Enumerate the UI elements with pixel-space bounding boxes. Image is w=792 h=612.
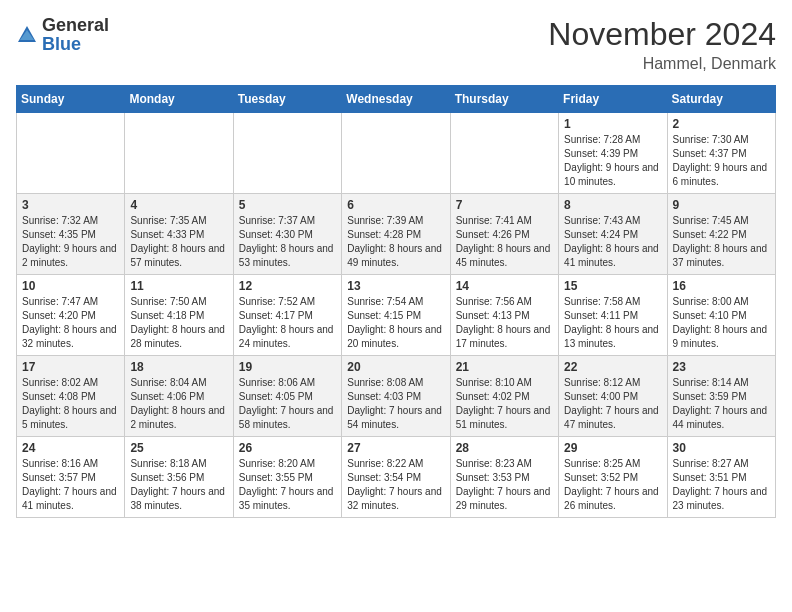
day-cell: 17Sunrise: 8:02 AMSunset: 4:08 PMDayligh… [17, 356, 125, 437]
logo-text: General Blue [42, 16, 109, 54]
day-cell [233, 113, 341, 194]
day-info: Sunrise: 8:20 AMSunset: 3:55 PMDaylight:… [239, 457, 336, 513]
week-row-1: 1Sunrise: 7:28 AMSunset: 4:39 PMDaylight… [17, 113, 776, 194]
day-info: Sunrise: 8:06 AMSunset: 4:05 PMDaylight:… [239, 376, 336, 432]
day-cell [450, 113, 558, 194]
day-number: 24 [22, 441, 119, 455]
day-cell: 21Sunrise: 8:10 AMSunset: 4:02 PMDayligh… [450, 356, 558, 437]
day-number: 12 [239, 279, 336, 293]
weekday-header-row: SundayMondayTuesdayWednesdayThursdayFrid… [17, 86, 776, 113]
day-cell: 15Sunrise: 7:58 AMSunset: 4:11 PMDayligh… [559, 275, 667, 356]
logo: General Blue [16, 16, 109, 54]
day-cell: 23Sunrise: 8:14 AMSunset: 3:59 PMDayligh… [667, 356, 775, 437]
day-info: Sunrise: 7:54 AMSunset: 4:15 PMDaylight:… [347, 295, 444, 351]
day-info: Sunrise: 7:30 AMSunset: 4:37 PMDaylight:… [673, 133, 770, 189]
day-info: Sunrise: 8:18 AMSunset: 3:56 PMDaylight:… [130, 457, 227, 513]
day-info: Sunrise: 8:12 AMSunset: 4:00 PMDaylight:… [564, 376, 661, 432]
day-number: 23 [673, 360, 770, 374]
logo-icon [16, 24, 38, 46]
day-info: Sunrise: 8:23 AMSunset: 3:53 PMDaylight:… [456, 457, 553, 513]
weekday-header-thursday: Thursday [450, 86, 558, 113]
day-number: 22 [564, 360, 661, 374]
day-number: 11 [130, 279, 227, 293]
day-cell: 16Sunrise: 8:00 AMSunset: 4:10 PMDayligh… [667, 275, 775, 356]
day-info: Sunrise: 7:39 AMSunset: 4:28 PMDaylight:… [347, 214, 444, 270]
day-cell: 25Sunrise: 8:18 AMSunset: 3:56 PMDayligh… [125, 437, 233, 518]
day-cell [125, 113, 233, 194]
day-info: Sunrise: 8:00 AMSunset: 4:10 PMDaylight:… [673, 295, 770, 351]
day-number: 25 [130, 441, 227, 455]
day-number: 8 [564, 198, 661, 212]
day-cell: 3Sunrise: 7:32 AMSunset: 4:35 PMDaylight… [17, 194, 125, 275]
weekday-header-wednesday: Wednesday [342, 86, 450, 113]
day-cell: 13Sunrise: 7:54 AMSunset: 4:15 PMDayligh… [342, 275, 450, 356]
day-info: Sunrise: 8:02 AMSunset: 4:08 PMDaylight:… [22, 376, 119, 432]
day-number: 17 [22, 360, 119, 374]
week-row-2: 3Sunrise: 7:32 AMSunset: 4:35 PMDaylight… [17, 194, 776, 275]
logo-blue: Blue [42, 34, 81, 54]
day-info: Sunrise: 7:47 AMSunset: 4:20 PMDaylight:… [22, 295, 119, 351]
day-cell: 30Sunrise: 8:27 AMSunset: 3:51 PMDayligh… [667, 437, 775, 518]
day-number: 10 [22, 279, 119, 293]
day-cell: 18Sunrise: 8:04 AMSunset: 4:06 PMDayligh… [125, 356, 233, 437]
header: General Blue November 2024 Hammel, Denma… [16, 16, 776, 73]
week-row-5: 24Sunrise: 8:16 AMSunset: 3:57 PMDayligh… [17, 437, 776, 518]
day-cell: 24Sunrise: 8:16 AMSunset: 3:57 PMDayligh… [17, 437, 125, 518]
day-number: 6 [347, 198, 444, 212]
calendar-table: SundayMondayTuesdayWednesdayThursdayFrid… [16, 85, 776, 518]
day-cell: 7Sunrise: 7:41 AMSunset: 4:26 PMDaylight… [450, 194, 558, 275]
day-info: Sunrise: 8:08 AMSunset: 4:03 PMDaylight:… [347, 376, 444, 432]
day-cell: 20Sunrise: 8:08 AMSunset: 4:03 PMDayligh… [342, 356, 450, 437]
day-cell: 2Sunrise: 7:30 AMSunset: 4:37 PMDaylight… [667, 113, 775, 194]
month-title: November 2024 [548, 16, 776, 53]
day-info: Sunrise: 7:32 AMSunset: 4:35 PMDaylight:… [22, 214, 119, 270]
day-info: Sunrise: 7:56 AMSunset: 4:13 PMDaylight:… [456, 295, 553, 351]
day-number: 18 [130, 360, 227, 374]
day-cell: 26Sunrise: 8:20 AMSunset: 3:55 PMDayligh… [233, 437, 341, 518]
week-row-4: 17Sunrise: 8:02 AMSunset: 4:08 PMDayligh… [17, 356, 776, 437]
day-info: Sunrise: 7:50 AMSunset: 4:18 PMDaylight:… [130, 295, 227, 351]
week-row-3: 10Sunrise: 7:47 AMSunset: 4:20 PMDayligh… [17, 275, 776, 356]
day-number: 30 [673, 441, 770, 455]
day-cell: 14Sunrise: 7:56 AMSunset: 4:13 PMDayligh… [450, 275, 558, 356]
day-cell: 10Sunrise: 7:47 AMSunset: 4:20 PMDayligh… [17, 275, 125, 356]
day-info: Sunrise: 7:52 AMSunset: 4:17 PMDaylight:… [239, 295, 336, 351]
day-number: 9 [673, 198, 770, 212]
day-info: Sunrise: 7:43 AMSunset: 4:24 PMDaylight:… [564, 214, 661, 270]
day-number: 27 [347, 441, 444, 455]
day-info: Sunrise: 7:45 AMSunset: 4:22 PMDaylight:… [673, 214, 770, 270]
day-cell: 27Sunrise: 8:22 AMSunset: 3:54 PMDayligh… [342, 437, 450, 518]
day-info: Sunrise: 7:35 AMSunset: 4:33 PMDaylight:… [130, 214, 227, 270]
day-cell: 19Sunrise: 8:06 AMSunset: 4:05 PMDayligh… [233, 356, 341, 437]
day-cell: 5Sunrise: 7:37 AMSunset: 4:30 PMDaylight… [233, 194, 341, 275]
weekday-header-tuesday: Tuesday [233, 86, 341, 113]
day-number: 13 [347, 279, 444, 293]
day-number: 21 [456, 360, 553, 374]
weekday-header-sunday: Sunday [17, 86, 125, 113]
title-area: November 2024 Hammel, Denmark [548, 16, 776, 73]
day-number: 3 [22, 198, 119, 212]
day-number: 1 [564, 117, 661, 131]
day-number: 20 [347, 360, 444, 374]
day-number: 5 [239, 198, 336, 212]
logo-general: General [42, 15, 109, 35]
day-info: Sunrise: 7:41 AMSunset: 4:26 PMDaylight:… [456, 214, 553, 270]
location-title: Hammel, Denmark [548, 55, 776, 73]
day-number: 4 [130, 198, 227, 212]
day-info: Sunrise: 8:14 AMSunset: 3:59 PMDaylight:… [673, 376, 770, 432]
day-cell: 6Sunrise: 7:39 AMSunset: 4:28 PMDaylight… [342, 194, 450, 275]
day-number: 7 [456, 198, 553, 212]
day-cell: 8Sunrise: 7:43 AMSunset: 4:24 PMDaylight… [559, 194, 667, 275]
day-info: Sunrise: 8:16 AMSunset: 3:57 PMDaylight:… [22, 457, 119, 513]
day-info: Sunrise: 8:04 AMSunset: 4:06 PMDaylight:… [130, 376, 227, 432]
day-number: 19 [239, 360, 336, 374]
day-info: Sunrise: 8:22 AMSunset: 3:54 PMDaylight:… [347, 457, 444, 513]
day-info: Sunrise: 7:37 AMSunset: 4:30 PMDaylight:… [239, 214, 336, 270]
day-cell: 11Sunrise: 7:50 AMSunset: 4:18 PMDayligh… [125, 275, 233, 356]
weekday-header-saturday: Saturday [667, 86, 775, 113]
day-cell: 9Sunrise: 7:45 AMSunset: 4:22 PMDaylight… [667, 194, 775, 275]
day-info: Sunrise: 8:10 AMSunset: 4:02 PMDaylight:… [456, 376, 553, 432]
weekday-header-monday: Monday [125, 86, 233, 113]
day-cell: 12Sunrise: 7:52 AMSunset: 4:17 PMDayligh… [233, 275, 341, 356]
day-number: 28 [456, 441, 553, 455]
